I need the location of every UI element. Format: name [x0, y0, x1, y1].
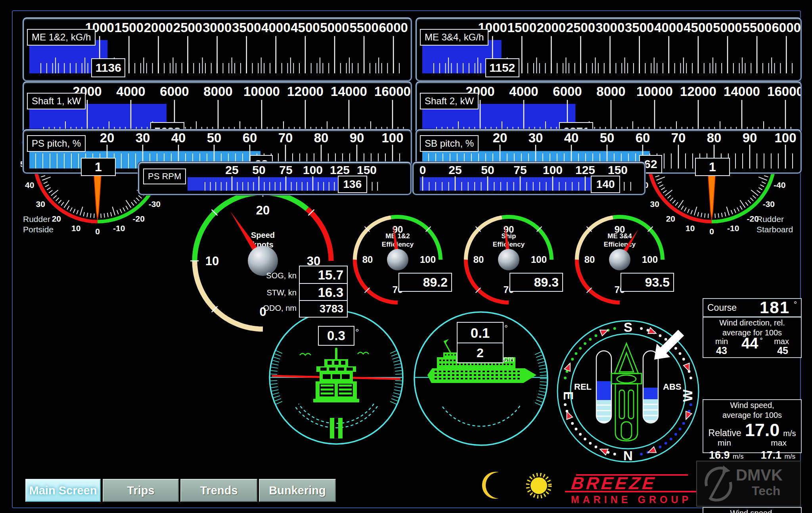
- compass-north: N: [623, 448, 633, 463]
- wind-speed-rel-title1: Wind speed,: [703, 400, 801, 410]
- wind-speed-abs-title1: Wind speed,: [703, 508, 801, 513]
- svg-text:4500: 4500: [291, 20, 320, 35]
- svg-text:6000: 6000: [379, 20, 408, 35]
- svg-text:40: 40: [25, 180, 34, 190]
- svg-text:125: 125: [575, 163, 595, 176]
- svg-text:90: 90: [350, 130, 364, 145]
- efficiency-readout: 89.2: [398, 273, 452, 292]
- wind-direction-minmax-values: 43 45: [703, 345, 801, 356]
- compass-south: S: [624, 320, 632, 335]
- svg-text:100: 100: [543, 163, 563, 176]
- ship-top-view: [611, 343, 642, 441]
- svg-text:30: 30: [36, 199, 45, 209]
- svg-text:0: 0: [709, 227, 714, 236]
- svg-text:0: 0: [419, 163, 426, 176]
- svg-text:3000: 3000: [203, 20, 232, 35]
- svg-text:ME 3&4: ME 3&4: [607, 232, 632, 240]
- compass-west: W: [680, 389, 695, 402]
- svg-text:40: 40: [564, 130, 579, 145]
- svg-text:6000: 6000: [772, 20, 801, 35]
- ps-rpm-bar-gauge: 255075100125150PS RPM136: [138, 162, 412, 195]
- svg-text:8000: 8000: [596, 84, 625, 99]
- svg-text:20: 20: [493, 130, 508, 145]
- trim-cm-value: 2: [457, 343, 504, 363]
- svg-text:-40: -40: [774, 180, 785, 190]
- gauge-label: Shaft 2, kW: [420, 93, 479, 109]
- nav-bunkering-button[interactable]: Bunkering: [259, 479, 336, 502]
- wind-speed-rel-max: 17.1 m/s: [761, 449, 795, 461]
- value-readout: 1136: [91, 58, 125, 77]
- svg-text:-10: -10: [113, 224, 125, 233]
- svg-text:2000: 2000: [144, 20, 173, 35]
- nav-main-screen-button[interactable]: Main Screen: [25, 479, 101, 502]
- wind-speed-absolute-panel: Wind speed, average for 100s Absolute 12…: [703, 507, 802, 513]
- dmvk-glyph-icon: [700, 464, 737, 503]
- marine-dashboard-screen: Rudder Portside Rudder Starboard 1 1 SOG…: [0, 0, 812, 513]
- moon-icon[interactable]: [481, 470, 507, 501]
- value-readout: 136: [338, 176, 367, 193]
- major-ticks: 1000150020002500300035004000450050005500…: [478, 20, 801, 73]
- svg-text:80: 80: [707, 130, 722, 145]
- trim-cm-unit: cm: [504, 354, 514, 364]
- svg-text:4000: 4000: [116, 84, 145, 99]
- dmvk-tech-text: Tech: [752, 484, 780, 498]
- roll-value: 0.3: [318, 326, 354, 346]
- wind-direction-panel: Wind direction, rel. average for 100s 44…: [703, 317, 802, 358]
- svg-text:100: 100: [420, 254, 436, 265]
- svg-text:80: 80: [584, 254, 595, 265]
- wind-speed-relative-panel: Wind speed, average for 100s Relative 17…: [703, 399, 802, 453]
- nav-trips-button[interactable]: Trips: [103, 479, 179, 502]
- efficiency-readout: 89.3: [509, 273, 563, 292]
- svg-text:10000: 10000: [636, 84, 673, 99]
- svg-text:5000: 5000: [320, 20, 349, 35]
- sb-rpm-bar-gauge: 0255075100125150140: [412, 162, 645, 195]
- odo-value: 3783: [299, 300, 348, 318]
- course-label: Course: [707, 302, 756, 313]
- gauge-label: ME 3&4, kG/h: [420, 29, 488, 46]
- svg-text:25: 25: [225, 163, 238, 176]
- svg-text:-20: -20: [132, 214, 144, 223]
- trim-deg-value: 0.1: [457, 322, 504, 344]
- svg-text:14000: 14000: [724, 84, 760, 99]
- svg-text:75: 75: [513, 163, 527, 176]
- svg-text:16000: 16000: [374, 84, 411, 99]
- rudder-starboard-label-line1: Rudder: [756, 214, 793, 224]
- rudder-starboard-label-line2: Starboard: [756, 224, 793, 235]
- svg-text:80: 80: [314, 130, 329, 145]
- svg-text:60: 60: [243, 130, 257, 145]
- rudder-portside-label-line1: Rudder: [23, 214, 54, 224]
- me-1-2-fuel-bar-gauge: 1000150020002500300035004000450050005500…: [23, 17, 412, 81]
- svg-text:5500: 5500: [349, 20, 378, 35]
- rudder-starboard-value: 1: [695, 158, 730, 176]
- svg-text:3000: 3000: [596, 20, 624, 35]
- svg-text:150: 150: [357, 163, 377, 176]
- svg-text:20: 20: [100, 130, 115, 145]
- svg-text:2500: 2500: [566, 20, 595, 35]
- svg-text:75: 75: [279, 163, 292, 176]
- wind-speed-rel-min: 16.9 m/s: [709, 449, 743, 461]
- wind-speed-rel-title2: average for 100s: [703, 410, 801, 420]
- course-row: Course 181 °: [703, 299, 801, 316]
- svg-text:50: 50: [600, 130, 615, 145]
- svg-text:50: 50: [207, 130, 222, 145]
- nav-trends-button[interactable]: Trends: [180, 479, 257, 502]
- efficiency-readout: 93.5: [620, 273, 674, 292]
- major-ticks: 1000150020002500300035004000450050005500…: [85, 20, 408, 73]
- rudder-starboard-label: Rudder Starboard: [756, 214, 793, 235]
- svg-text:Speed: Speed: [251, 231, 275, 239]
- course-panel: Course 181 °: [703, 298, 802, 317]
- svg-text:1500: 1500: [508, 20, 536, 35]
- rudder-portside-label-line2: Portside: [23, 224, 54, 235]
- svg-text:-30: -30: [149, 199, 161, 209]
- wind-speed-rel-minmax-values: 16.9 m/s 17.1 m/s: [703, 449, 801, 461]
- breeze-logo-subtext: MARINE GROUP: [565, 494, 698, 505]
- svg-text:30: 30: [136, 130, 150, 145]
- rudder-portside-value: 1: [81, 158, 116, 176]
- stw-label: STW, kn: [244, 288, 297, 297]
- wind-compass: SNEWRELABS: [557, 320, 699, 463]
- abs-label: ABS: [663, 382, 681, 392]
- svg-text:4000: 4000: [261, 20, 290, 35]
- sun-icon[interactable]: [524, 471, 553, 500]
- stw-value: 16.3: [299, 283, 348, 302]
- course-unit: °: [794, 300, 797, 309]
